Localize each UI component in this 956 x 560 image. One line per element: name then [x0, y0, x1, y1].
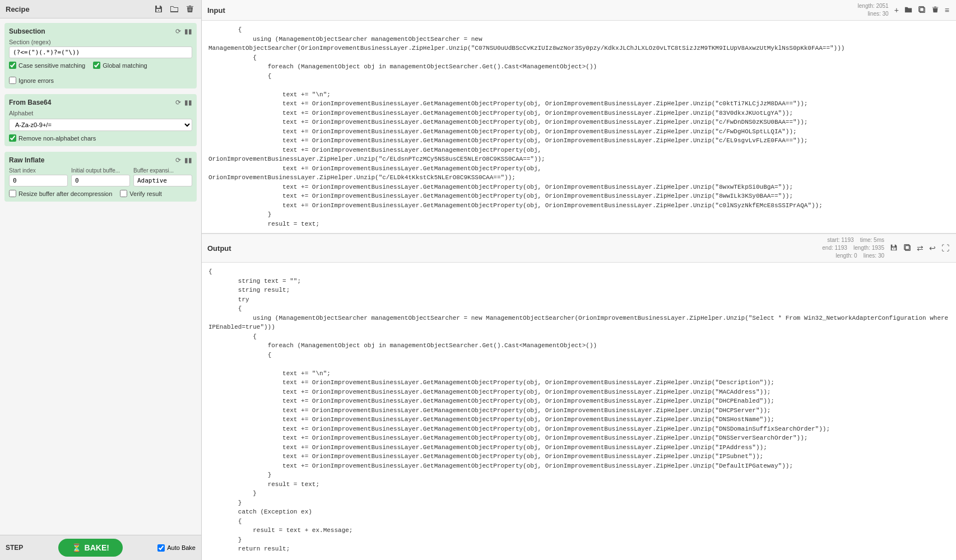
from-base64-header: From Base64 ⟳ ▮▮ [9, 99, 192, 106]
input-clear-button[interactable] [930, 4, 940, 16]
from-base64-pause-btn[interactable]: ▮▮ [184, 99, 192, 106]
bake-label: BAKE! [85, 543, 109, 552]
input-title: Input [207, 6, 225, 15]
output-undo-button[interactable]: ↩ [928, 242, 937, 254]
alphabet-select[interactable]: A-Za-z0-9+/= [9, 119, 192, 131]
raw-inflate-title: Raw Inflate [9, 156, 44, 164]
ignore-errors-checkbox[interactable] [9, 77, 16, 84]
case-sensitive-checkbox[interactable] [9, 62, 16, 69]
input-add-button[interactable]: + [893, 4, 900, 16]
subsection-checkboxes: Case sensitive matching Global matching … [9, 62, 192, 84]
delete-button[interactable] [184, 3, 196, 15]
buffer-expansion-input[interactable] [133, 175, 192, 186]
verify-result-checkbox[interactable] [120, 190, 127, 197]
subsection-title: Subsection [9, 27, 45, 35]
output-time-value: 5ms [874, 237, 884, 243]
start-index-input[interactable] [9, 175, 68, 186]
input-copy-button[interactable] [917, 4, 927, 16]
raw-inflate-block: Raw Inflate ⟳ ▮▮ Start index Initial out… [4, 152, 197, 202]
folder-button[interactable] [169, 3, 180, 15]
output-start-value: 1193 [841, 237, 853, 243]
output-switch-button[interactable]: ⇄ [916, 242, 925, 254]
output-save-button[interactable] [889, 242, 899, 254]
start-index-label: Start index [9, 167, 68, 174]
output-header: Output start: 1193 time: 5ms end: 1193 [202, 234, 956, 263]
output-expand-button[interactable]: ⛶ [940, 242, 950, 254]
raw-inflate-reset-btn[interactable]: ⟳ [175, 156, 181, 164]
input-toolbar: + ≡ [893, 4, 950, 16]
input-header: Input length: 2051 lines: 30 + [202, 0, 956, 21]
output-section: Output start: 1193 time: 5ms end: 1193 [202, 234, 956, 560]
auto-bake-area: Auto Bake [157, 544, 196, 552]
input-lines-value: 30 [883, 11, 889, 17]
save-button[interactable] [153, 3, 164, 15]
input-folder-button[interactable] [903, 4, 913, 16]
input-length-value: 2051 [876, 3, 888, 9]
subsection-block: Subsection ⟳ ▮▮ Section (regex) Case sen… [4, 23, 197, 88]
ignore-errors-checkbox-label[interactable]: Ignore errors [9, 77, 54, 84]
global-matching-checkbox-label[interactable]: Global matching [93, 62, 147, 69]
input-code-area[interactable]: { using (ManagementObjectSearcher manage… [202, 21, 956, 233]
input-stats: length: 2051 lines: 30 [858, 2, 889, 18]
output-stats: start: 1193 time: 5ms end: 1193 length: … [822, 236, 884, 260]
output-length-value2: 1935 [872, 245, 884, 251]
from-base64-block: From Base64 ⟳ ▮▮ Alphabet A-Za-z0-9+/= R… [4, 94, 197, 146]
output-copy-button[interactable] [902, 242, 912, 254]
section-regex-input[interactable] [9, 46, 192, 58]
output-time-label: time: [860, 237, 873, 243]
subsection-reset-btn[interactable]: ⟳ [175, 27, 181, 35]
verify-result-text: Verify result [129, 190, 161, 197]
initial-output-input[interactable] [71, 175, 130, 186]
global-matching-checkbox[interactable] [93, 62, 100, 69]
output-start-label: start: [827, 237, 839, 243]
resize-buffer-checkbox[interactable] [9, 190, 16, 197]
initial-output-label: Initial output buffe... [71, 167, 130, 174]
output-length-label2: length: [853, 245, 870, 251]
output-toolbar: ⇄ ↩ ⛶ [889, 242, 950, 254]
step-label: STEP [6, 544, 23, 552]
output-header-right: start: 1193 time: 5ms end: 1193 length: … [822, 236, 950, 260]
raw-inflate-fields: Start index Initial output buffe... Buff… [9, 167, 192, 186]
bake-icon: ⏳ [72, 543, 81, 552]
raw-inflate-pause-btn[interactable]: ▮▮ [184, 156, 192, 164]
output-end-label: end: [822, 245, 833, 251]
recipe-title: Recipe [6, 5, 30, 13]
input-length-label: length: [858, 3, 875, 9]
input-section: Input length: 2051 lines: 30 + [202, 0, 956, 234]
output-code-area[interactable]: { string text = ""; string result; try {… [202, 263, 956, 560]
case-sensitive-checkbox-label[interactable]: Case sensitive matching [9, 62, 85, 69]
output-length-short-label: length: [836, 253, 852, 259]
case-sensitive-label: Case sensitive matching [18, 62, 85, 69]
ignore-errors-label: Ignore errors [18, 77, 54, 84]
section-regex-label: Section (regex) [9, 39, 192, 45]
raw-inflate-controls: ⟳ ▮▮ [175, 156, 192, 164]
input-header-right: length: 2051 lines: 30 + ≡ [858, 2, 950, 18]
alphabet-label: Alphabet [9, 110, 192, 116]
auto-bake-label: Auto Bake [167, 544, 196, 551]
resize-buffer-label[interactable]: Resize buffer after decompression [9, 190, 112, 197]
recipe-header: Recipe [0, 0, 201, 18]
remove-nonalpha-label[interactable]: Remove non-alphabet chars [9, 134, 96, 142]
output-lines-value: 30 [878, 253, 884, 259]
bake-button[interactable]: ⏳ BAKE! [58, 539, 123, 557]
from-base64-controls: ⟳ ▮▮ [175, 99, 192, 106]
global-matching-label: Global matching [103, 62, 147, 69]
right-panel: Input length: 2051 lines: 30 + [202, 0, 956, 560]
output-lines-label: lines: [864, 253, 876, 259]
left-panel: Recipe Subsection ⟳ ▮▮ Section (re [0, 0, 202, 560]
recipe-toolbar [153, 3, 196, 15]
subsection-controls: ⟳ ▮▮ [175, 27, 192, 35]
input-menu-button[interactable]: ≡ [944, 4, 950, 16]
buffer-expansion-label: Buffer expansi... [133, 167, 192, 174]
output-length-short-value: 0 [854, 253, 857, 259]
subsection-pause-btn[interactable]: ▮▮ [184, 27, 192, 35]
subsection-header: Subsection ⟳ ▮▮ [9, 27, 192, 35]
remove-nonalpha-text: Remove non-alphabet chars [18, 135, 96, 142]
recipe-content: Subsection ⟳ ▮▮ Section (regex) Case sen… [0, 18, 201, 535]
remove-nonalpha-checkbox[interactable] [9, 134, 16, 142]
from-base64-reset-btn[interactable]: ⟳ [175, 99, 181, 106]
verify-result-label[interactable]: Verify result [120, 190, 161, 197]
from-base64-checkboxes: Remove non-alphabet chars [9, 134, 192, 142]
from-base64-title: From Base64 [9, 99, 51, 106]
auto-bake-checkbox[interactable] [157, 544, 165, 552]
